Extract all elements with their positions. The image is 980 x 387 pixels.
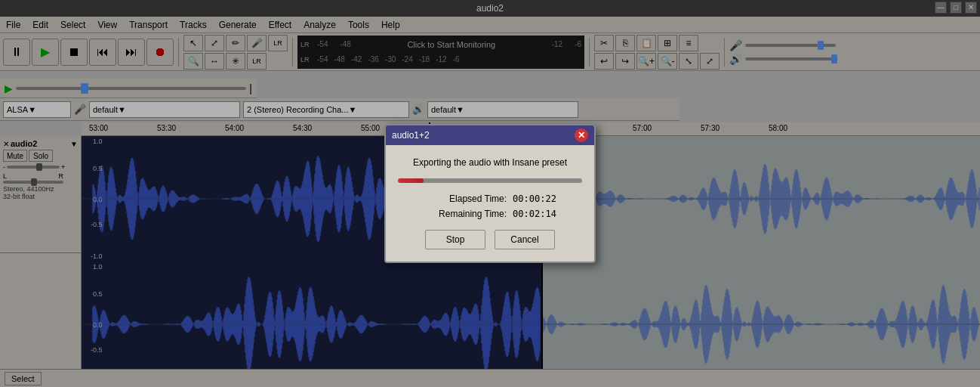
dialog-title: audio1+2 xyxy=(392,130,430,141)
export-dialog: audio1+2 ✕ Exporting the audio with Insa… xyxy=(384,124,596,263)
modal-overlay: audio1+2 ✕ Exporting the audio with Insa… xyxy=(0,0,980,387)
remaining-value: 00:02:14 xyxy=(513,209,556,219)
elapsed-value: 00:00:22 xyxy=(513,194,556,204)
remaining-row: Remaining Time: 00:02:14 xyxy=(398,209,582,219)
dialog-body: Exporting the audio with Insane preset E… xyxy=(386,145,594,262)
elapsed-label: Elapsed Time: xyxy=(424,194,507,204)
remaining-label: Remaining Time: xyxy=(424,209,507,219)
dialog-message: Exporting the audio with Insane preset xyxy=(398,157,582,168)
elapsed-row: Elapsed Time: 00:00:22 xyxy=(398,194,582,204)
stop-button[interactable]: Stop xyxy=(425,230,485,249)
cancel-button[interactable]: Cancel xyxy=(495,230,555,249)
dialog-close-button[interactable]: ✕ xyxy=(575,128,588,142)
progress-bar-fill xyxy=(398,178,424,183)
progress-bar-container xyxy=(398,178,582,183)
dialog-title-bar: audio1+2 ✕ xyxy=(386,125,594,145)
dialog-buttons: Stop Cancel xyxy=(398,230,582,249)
